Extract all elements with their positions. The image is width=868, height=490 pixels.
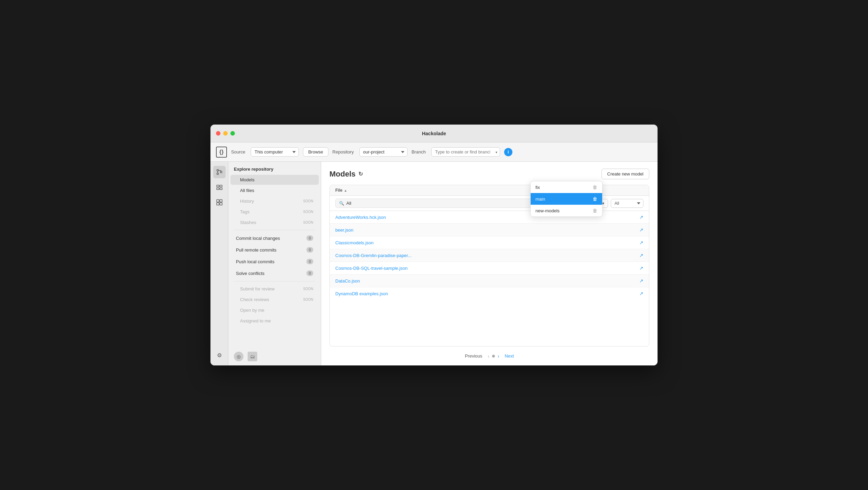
branch-option-main[interactable]: main 🗑	[531, 193, 602, 205]
icon-bar: ⚙	[210, 162, 228, 365]
sidebar-item-assigned-label: Assigned to me	[240, 318, 271, 323]
sidebar-item-history-label: History	[240, 199, 254, 204]
branch-dropdown[interactable]: fix 🗑 main 🗑 new-models 🗑	[530, 181, 603, 217]
history-soon-badge: SOON	[303, 199, 313, 203]
sidebar-item-submit-label: Submit for review	[240, 286, 274, 291]
info-icon[interactable]: i	[504, 148, 512, 156]
sidebar-item-check-reviews: Check reviews SOON	[230, 295, 319, 305]
next-chevron-icon[interactable]: ›	[498, 353, 499, 359]
sidebar-item-check-reviews-label: Check reviews	[240, 297, 269, 302]
create-model-button[interactable]: Create new model	[601, 169, 650, 179]
external-link-icon[interactable]: ↗	[630, 240, 643, 245]
delete-main-icon[interactable]: 🗑	[593, 196, 597, 202]
app-logo: {}	[216, 147, 227, 158]
sidebar-item-tags: Tags SOON	[230, 207, 319, 217]
sidebar-bottom: ◎ 🗂	[228, 348, 321, 365]
file-link-classicmodels[interactable]: Classicmodels.json	[335, 240, 630, 245]
file-link-beer[interactable]: beer.json	[335, 227, 630, 233]
sidebar-item-all-files[interactable]: All files	[230, 185, 319, 195]
close-button[interactable]	[216, 131, 220, 136]
sidebar-item-submit: Submit for review SOON	[230, 284, 319, 294]
external-link-icon[interactable]: ↗	[630, 253, 643, 258]
sidebar-item-models[interactable]: Models	[230, 175, 319, 185]
title-bar: Hackolade	[210, 125, 658, 142]
external-link-icon[interactable]: ↗	[630, 227, 643, 233]
table-row: beer.json ↗	[330, 224, 649, 236]
external-link-icon[interactable]: ↗	[630, 278, 643, 284]
sidebar-item-assigned: Assigned to me	[230, 316, 319, 326]
sidebar-avatar-icon[interactable]: ◎	[234, 352, 243, 361]
source-select-wrapper: This computer	[251, 147, 299, 157]
content-header: Models ↻ Create new model	[321, 162, 658, 179]
branch-input[interactable]	[431, 147, 500, 157]
sidebar-item-stashes: Stashes SOON	[230, 217, 319, 227]
icon-bar-settings[interactable]: ⚙	[213, 349, 226, 361]
sidebar-item-stashes-label: Stashes	[240, 220, 256, 225]
table-row: DataCo.json ↗	[330, 275, 649, 287]
fullscreen-button[interactable]	[230, 131, 235, 136]
branch-label: Branch	[412, 149, 426, 155]
prev-chevron-icon[interactable]: ‹	[488, 353, 489, 359]
delete-fix-icon[interactable]: 🗑	[593, 184, 597, 190]
sidebar-action-commit-label: Commit local changes	[236, 236, 280, 241]
icon-bar-diagram[interactable]	[213, 181, 226, 193]
svg-rect-8	[217, 200, 219, 202]
next-button[interactable]: Next	[502, 352, 517, 360]
tags-soon-badge: SOON	[303, 210, 313, 214]
submit-soon-badge: SOON	[303, 287, 313, 291]
content-area: Models ↻ Create new model File ▲ Git sta…	[321, 162, 658, 365]
models-title-wrapper: Models ↻	[329, 170, 363, 179]
file-link-cosmos-gremlin[interactable]: Cosmos-DB-Gremlin-paradise-paper...	[335, 253, 630, 258]
sidebar-action-push[interactable]: Push local commits 0	[230, 256, 319, 267]
app-title: Hackolade	[422, 131, 446, 136]
sidebar-action-commit-count: 0	[306, 235, 313, 241]
sidebar-action-push-count: 0	[306, 259, 313, 264]
app-window: Hackolade {} Source This computer Browse…	[210, 125, 658, 365]
sidebar-action-commit[interactable]: Commit local changes 0	[230, 233, 319, 244]
source-select[interactable]: This computer	[251, 147, 299, 157]
repository-select-wrapper: our-project	[359, 147, 408, 157]
svg-point-1	[220, 171, 222, 173]
svg-point-0	[217, 170, 218, 171]
branch-option-new-models-label: new-models	[535, 208, 560, 213]
svg-rect-5	[220, 185, 222, 187]
check-reviews-soon-badge: SOON	[303, 298, 313, 301]
sidebar-item-open-by-me: Open by me	[230, 305, 319, 315]
branch-option-new-models[interactable]: new-models 🗑	[531, 205, 602, 216]
sidebar-section-title: Explore repository	[228, 162, 321, 174]
file-link-dataco[interactable]: DataCo.json	[335, 278, 630, 284]
sidebar-action-conflicts[interactable]: Solve conflicts 0	[230, 268, 319, 279]
source-label: Source	[231, 149, 245, 155]
sidebar-folder-icon[interactable]: 🗂	[248, 352, 257, 361]
branch-option-fix-label: fix	[535, 185, 540, 190]
browse-button[interactable]: Browse	[303, 147, 328, 157]
external-link-icon[interactable]: ↗	[630, 291, 643, 296]
svg-rect-7	[220, 188, 222, 190]
toolbar: {} Source This computer Browse Repositor…	[210, 142, 658, 162]
branch-option-fix[interactable]: fix 🗑	[531, 181, 602, 193]
sidebar-action-pull[interactable]: Pull remote commits 0	[230, 244, 319, 255]
icon-bar-grid[interactable]	[213, 196, 226, 209]
external-link-icon[interactable]: ↗	[630, 265, 643, 271]
external-link-icon[interactable]: ↗	[630, 214, 643, 220]
sidebar-action-pull-count: 0	[306, 247, 313, 253]
repository-select[interactable]: our-project	[359, 147, 408, 157]
file-list: AdventureWorks.hck.json ↗ beer.json ↗ Cl…	[330, 211, 649, 300]
previous-button[interactable]: Previous	[462, 352, 485, 360]
branch-input-wrapper: ▾	[431, 147, 500, 157]
delete-new-models-icon[interactable]: 🗑	[593, 208, 597, 213]
sort-icon[interactable]: ▲	[344, 189, 347, 192]
git-status-select[interactable]: All Modified Untracked Staged	[611, 199, 643, 208]
file-link-cosmos-sql[interactable]: Cosmos-DB-SQL-travel-sample.json	[335, 266, 630, 271]
svg-rect-11	[220, 203, 222, 205]
sidebar-action-conflicts-label: Solve conflicts	[236, 271, 264, 276]
table-row: DynamoDB examples.json ↗	[330, 287, 649, 300]
sidebar-item-open-by-me-label: Open by me	[240, 308, 264, 313]
sidebar-action-conflicts-count: 0	[306, 270, 313, 276]
refresh-icon[interactable]: ↻	[358, 171, 363, 177]
icon-bar-git[interactable]	[213, 166, 226, 178]
minimize-button[interactable]	[223, 131, 228, 136]
table-row: Cosmos-DB-SQL-travel-sample.json ↗	[330, 262, 649, 275]
file-link-dynamodb[interactable]: DynamoDB examples.json	[335, 291, 630, 296]
table-row: Cosmos-DB-Gremlin-paradise-paper... ↗	[330, 249, 649, 262]
